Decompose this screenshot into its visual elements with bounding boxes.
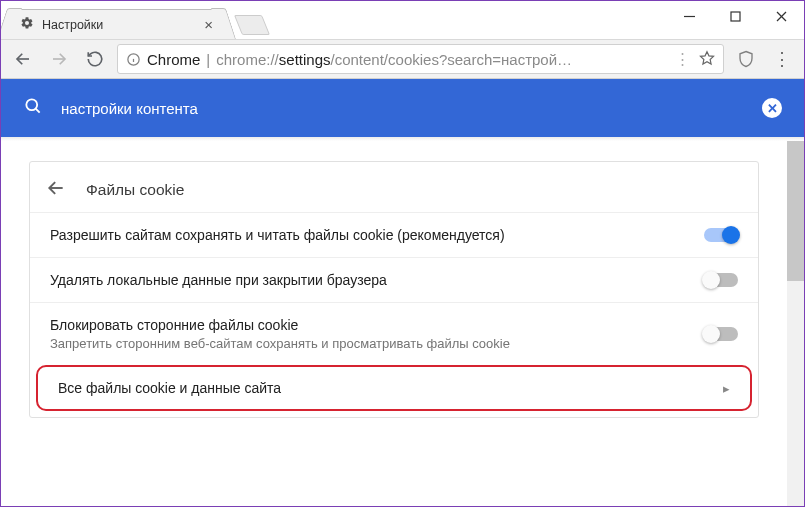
toggle-clear-on-exit[interactable]: [704, 273, 738, 287]
nav-reload-button[interactable]: [81, 45, 109, 73]
url-text: chrome://settings/content/cookies?search…: [216, 51, 572, 68]
browser-toolbar: Chrome | chrome://settings/content/cooki…: [1, 39, 804, 79]
setting-clear-on-exit: Удалять локальные данные при закрытии бр…: [30, 257, 758, 302]
vertical-scrollbar[interactable]: [787, 141, 804, 507]
settings-back-button[interactable]: [46, 178, 66, 202]
search-clear-button[interactable]: ✕: [762, 98, 782, 118]
tab-close-icon[interactable]: ×: [204, 16, 213, 33]
bookmark-star-icon[interactable]: [699, 50, 715, 69]
extension-shield-icon[interactable]: [732, 45, 760, 73]
setting-allow-cookies: Разрешить сайтам сохранять и читать файл…: [30, 212, 758, 257]
settings-content: Файлы cookie Разрешить сайтам сохранять …: [1, 141, 787, 507]
url-collapse-icon[interactable]: ⋮: [675, 50, 689, 68]
toggle-block-third-party[interactable]: [704, 327, 738, 341]
window-maximize-button[interactable]: [712, 1, 758, 31]
search-query-text: настройки контента: [61, 100, 198, 117]
svg-rect-1: [731, 12, 740, 21]
link-all-cookies-data[interactable]: Все файлы cookie и данные сайта ▸: [36, 365, 752, 411]
link-label: Все файлы cookie и данные сайта: [58, 380, 723, 396]
search-icon: [23, 96, 43, 120]
svg-point-7: [26, 99, 37, 110]
new-tab-button[interactable]: [234, 15, 270, 35]
setting-label: Удалять локальные данные при закрытии бр…: [50, 272, 704, 288]
gear-icon: [20, 16, 34, 33]
setting-block-third-party: Блокировать сторонние файлы cookie Запре…: [30, 302, 758, 365]
settings-search-bar[interactable]: настройки контента ✕: [1, 79, 804, 137]
setting-label: Разрешить сайтам сохранять и читать файл…: [50, 227, 704, 243]
site-info-icon[interactable]: [126, 52, 141, 67]
browser-menu-button[interactable]: ⋮: [768, 48, 796, 70]
url-secure-label: Chrome: [147, 51, 200, 68]
browser-tab[interactable]: Настройки ×: [9, 9, 224, 39]
nav-back-button[interactable]: [9, 45, 37, 73]
scrollbar-thumb[interactable]: [787, 141, 804, 281]
address-bar[interactable]: Chrome | chrome://settings/content/cooki…: [117, 44, 724, 74]
window-close-button[interactable]: [758, 1, 804, 31]
window-minimize-button[interactable]: [666, 1, 712, 31]
nav-forward-button[interactable]: [45, 45, 73, 73]
page-title: Файлы cookie: [86, 181, 184, 199]
setting-label: Блокировать сторонние файлы cookie: [50, 317, 704, 333]
setting-sublabel: Запретить сторонним веб-сайтам сохранять…: [50, 336, 704, 351]
chevron-right-icon: ▸: [723, 381, 730, 396]
toggle-allow-cookies[interactable]: [704, 228, 738, 242]
svg-line-8: [36, 109, 40, 113]
tab-title: Настройки: [42, 18, 103, 32]
